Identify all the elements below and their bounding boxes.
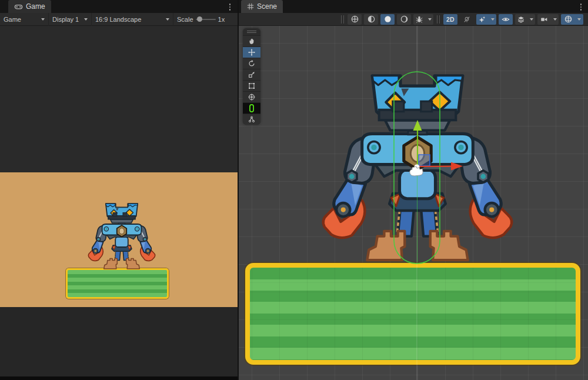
- tools-overlay: [243, 28, 260, 125]
- game-controller-icon: [14, 2, 23, 11]
- scale-value: 1x: [218, 16, 225, 23]
- panel-splitter[interactable]: [238, 0, 239, 380]
- lighting-toggle-button[interactable]: [460, 14, 474, 25]
- bone-icon: [248, 115, 256, 124]
- game-tab-label: Game: [26, 2, 45, 11]
- scale-label: Scale: [177, 16, 193, 23]
- game-viewport: [0, 172, 238, 307]
- game-panel-menu-icon[interactable]: [226, 2, 234, 12]
- striped-platform-scene[interactable]: [245, 263, 580, 365]
- move-tool-button[interactable]: [243, 46, 260, 58]
- overlay-drag-handle-icon[interactable]: [243, 28, 260, 35]
- game-view: [0, 26, 238, 380]
- scene-viewport[interactable]: [239, 26, 588, 380]
- chevron-down-icon: [577, 18, 581, 21]
- tab-game[interactable]: Game: [8, 0, 51, 13]
- rect-tool-button[interactable]: [243, 80, 260, 91]
- pan-tool-button[interactable]: [243, 35, 260, 46]
- hand-icon: [248, 37, 256, 45]
- scene-tab-bar: Scene: [239, 0, 588, 13]
- visibility-toggle-button[interactable]: [499, 14, 513, 25]
- chevron-down-icon: [553, 18, 557, 21]
- game-display-mode-dropdown[interactable]: Game: [0, 13, 48, 26]
- scale-control: Scale 1x: [173, 13, 228, 26]
- game-bottom-strip: [0, 376, 238, 380]
- grid-icon: [247, 3, 254, 10]
- chevron-down-icon: [491, 18, 495, 21]
- chevron-down-icon: [428, 18, 432, 21]
- draw-mode-shaded-button[interactable]: [348, 14, 362, 25]
- toolbar-separator: [437, 15, 440, 24]
- bone-tool-button[interactable]: [243, 114, 260, 125]
- capsule-collider-icon: [248, 104, 256, 113]
- move-icon: [248, 48, 256, 56]
- scale-icon: [248, 71, 256, 79]
- edit-collider-tool-button[interactable]: [243, 102, 260, 114]
- debug-validator-button[interactable]: [413, 14, 433, 25]
- draw-mode-unlit-button[interactable]: [380, 14, 395, 25]
- rotate-icon: [248, 59, 256, 68]
- layers-icon: [517, 15, 525, 24]
- game-tab-bar: Game: [0, 0, 238, 13]
- draw-mode-wireframe-button[interactable]: [397, 14, 411, 25]
- scene-panel-menu-icon[interactable]: [577, 2, 585, 12]
- rotate-tool-button[interactable]: [243, 58, 260, 69]
- transform-tool-button[interactable]: [243, 91, 260, 102]
- gizmos-globe-icon: [564, 15, 573, 24]
- draw-mode-mixed-button[interactable]: [364, 14, 378, 25]
- debug-bug-icon: [415, 15, 423, 24]
- robot-character-scene[interactable]: [319, 71, 516, 264]
- camera-menu-button[interactable]: [537, 14, 559, 25]
- rect-icon: [248, 82, 256, 90]
- unlit-sphere-icon: [383, 15, 392, 24]
- scale-tool-button[interactable]: [243, 69, 260, 80]
- scene-panel: Scene: [239, 0, 588, 380]
- shaded-wireframe-sphere-icon: [367, 15, 376, 24]
- eye-icon: [501, 15, 510, 24]
- striped-platform-game: [66, 268, 169, 299]
- robot-character-game: [87, 202, 156, 270]
- scene-toolbar: 2D: [239, 13, 588, 26]
- tab-scene[interactable]: Scene: [241, 0, 283, 13]
- effects-toggle-button[interactable]: [476, 14, 496, 25]
- game-panel: Game Game Display 1 16:9 Landscape Scale…: [0, 0, 238, 380]
- toolbar-separator: [341, 15, 344, 24]
- chevron-down-icon: [41, 18, 45, 21]
- unity-editor: Game Game Display 1 16:9 Landscape Scale…: [0, 0, 588, 380]
- wireframe-sphere-icon: [400, 15, 409, 24]
- effects-sparkle-icon: [478, 15, 486, 24]
- aspect-ratio-dropdown[interactable]: 16:9 Landscape: [92, 13, 173, 26]
- camera-icon: [540, 15, 549, 24]
- chevron-down-icon: [530, 18, 533, 21]
- lighting-off-icon: [463, 15, 471, 24]
- display-target-dropdown[interactable]: Display 1: [49, 13, 91, 26]
- chevron-down-icon: [84, 18, 88, 21]
- game-toolbar: Game Display 1 16:9 Landscape Scale 1x: [0, 13, 238, 26]
- transform-icon: [248, 93, 256, 101]
- scene-tab-label: Scene: [257, 2, 277, 11]
- 2d-toggle-button[interactable]: 2D: [443, 14, 457, 25]
- layers-menu-button[interactable]: [515, 14, 535, 25]
- shaded-sphere-icon: [350, 15, 359, 24]
- scale-slider[interactable]: [196, 19, 216, 20]
- game-letterbox: [0, 307, 238, 376]
- gizmos-menu-button[interactable]: [561, 14, 583, 25]
- chevron-down-icon: [166, 18, 169, 21]
